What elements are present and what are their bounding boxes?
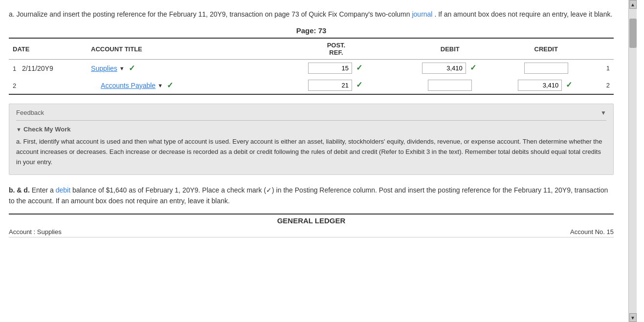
row2-postref-cell: ✓ <box>272 77 400 94</box>
check-my-work-arrow-icon[interactable]: ▼ <box>16 127 22 132</box>
feedback-title: Feedback <box>16 109 44 116</box>
check-my-work-label: Check My Work <box>23 126 71 133</box>
row1-postref-cell: ✓ <box>272 60 400 77</box>
journal-row-2: 2 Accounts Payable ▼ ✓ ✓ <box>9 77 614 94</box>
row2-credit-input[interactable] <box>518 80 562 91</box>
row1-end-num: 1 <box>592 60 614 77</box>
row2-account-cell: Accounts Payable ▼ ✓ <box>87 77 272 94</box>
journal-table: DATE ACCOUNT TITLE POST.REF. DEBIT CREDI… <box>9 38 614 95</box>
debit-link[interactable]: debit <box>56 186 70 194</box>
row1-account-cell: Supplies ▼ ✓ <box>87 60 272 77</box>
row1-debit-check: ✓ <box>470 64 476 72</box>
row1-account-link[interactable]: Supplies <box>91 64 117 72</box>
row2-rownum: 2 <box>9 77 87 94</box>
row2-account-check: ✓ <box>167 81 173 90</box>
instructions-bd: b. & d. Enter a debit balance of $1,640 … <box>9 185 614 207</box>
journal-row-1: 1 2/11/20Y9 Supplies ▼ ✓ <box>9 60 614 77</box>
row2-postref-input[interactable] <box>308 80 352 91</box>
row2-account-link[interactable]: Accounts Payable <box>101 82 155 89</box>
row1-date: 2/11/20Y9 <box>22 64 53 72</box>
row2-credit-cell: ✓ <box>500 77 592 94</box>
instructions-bd-bold: b. & d. <box>9 186 30 194</box>
row1-credit-input[interactable] <box>524 63 568 74</box>
ledger-account-no: Account No. 15 <box>570 228 614 236</box>
feedback-divider <box>16 120 606 121</box>
row2-postref-check: ✓ <box>356 81 362 89</box>
instructions-bd-text1: Enter a <box>32 186 56 194</box>
journal-page-title: Page: 73 <box>9 26 614 35</box>
col-header-date: DATE <box>9 38 87 60</box>
feedback-section: Feedback ▼ ▼ Check My Work a. First, ide… <box>9 104 614 174</box>
scrollbar[interactable]: ▲ ▼ <box>628 0 637 322</box>
col-header-postref: POST.REF. <box>272 38 400 60</box>
col-header-account: ACCOUNT TITLE <box>87 38 272 60</box>
ledger-title: GENERAL LEDGER <box>9 214 614 225</box>
journal-section: Page: 73 DATE ACCOUNT TITLE POST.REF. DE… <box>9 26 614 95</box>
row2-debit-input[interactable] <box>428 80 472 91</box>
col-header-debit: DEBIT <box>400 38 500 60</box>
col-header-rownum <box>592 38 614 60</box>
col-header-credit: CREDIT <box>500 38 592 60</box>
row1-rownum: 1 2/11/20Y9 <box>9 60 87 77</box>
row1-account-check: ✓ <box>129 64 135 73</box>
row1-credit-cell <box>500 60 592 77</box>
instructions-a-text2: . If an amount box does not require an e… <box>434 10 612 18</box>
row1-postref-input[interactable] <box>308 63 352 74</box>
instructions-bd-text2: balance of $1,640 as of February 1, 20Y9… <box>9 186 608 205</box>
row1-postref-check: ✓ <box>356 64 362 72</box>
instructions-a-text1: a. Journalize and insert the posting ref… <box>9 10 410 18</box>
ledger-account-label: Account : Supplies <box>9 228 62 236</box>
row2-end-num: 2 <box>592 77 614 94</box>
row2-dropdown-arrow[interactable]: ▼ <box>157 83 163 88</box>
journal-link[interactable]: journal <box>412 10 432 18</box>
row2-credit-check: ✓ <box>566 81 572 89</box>
scrollbar-up-arrow[interactable]: ▲ <box>629 0 637 9</box>
ledger-section: GENERAL LEDGER Account : Supplies Accoun… <box>9 214 614 237</box>
scrollbar-thumb[interactable] <box>629 19 637 48</box>
row1-dropdown-arrow[interactable]: ▼ <box>119 65 125 71</box>
row2-debit-cell <box>400 77 500 94</box>
feedback-text: a. First, identify what account is used … <box>16 137 606 167</box>
ledger-account-row: Account : Supplies Account No. 15 <box>9 227 614 237</box>
row1-debit-cell: ✓ <box>400 60 500 77</box>
feedback-collapse-icon[interactable]: ▼ <box>600 109 606 116</box>
row1-debit-input[interactable] <box>422 63 466 74</box>
instructions-a: a. Journalize and insert the posting ref… <box>9 9 614 20</box>
scrollbar-down-arrow[interactable]: ▼ <box>629 313 637 322</box>
check-my-work-row: ▼ Check My Work <box>16 126 606 133</box>
